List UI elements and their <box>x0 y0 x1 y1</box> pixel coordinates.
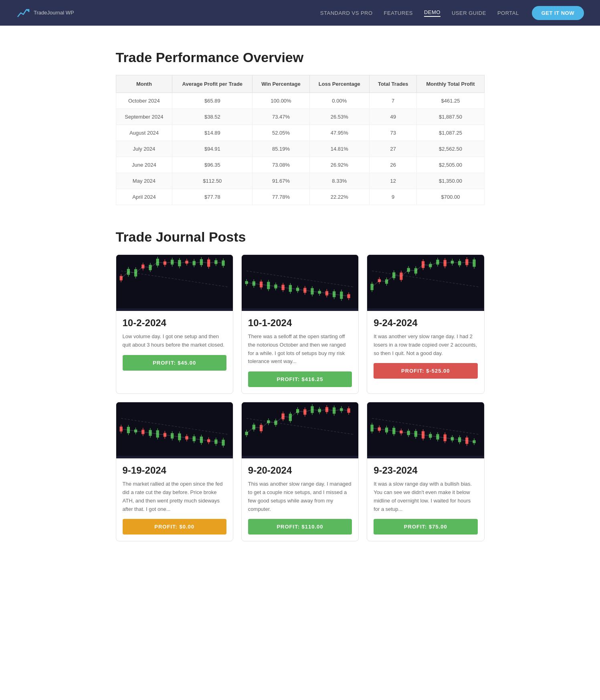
get-it-now-button[interactable]: GET IT NOW <box>532 6 584 20</box>
nav-user-guide[interactable]: USER GUIDE <box>452 10 486 16</box>
table-cell-loss_pct: 22.22% <box>309 189 369 205</box>
table-cell-month: April 2024 <box>116 189 172 205</box>
post-card: 9-23-2024It was a slow range day with a … <box>367 402 484 541</box>
col-total-trades: Total Trades <box>370 75 417 93</box>
post-chart-image <box>367 255 484 311</box>
table-cell-total_trades: 49 <box>370 109 417 125</box>
nav-demo[interactable]: DEMO <box>424 9 440 17</box>
table-cell-loss_pct: 47.95% <box>309 125 369 141</box>
profit-button[interactable]: PROFIT: $-525.00 <box>374 363 477 379</box>
table-cell-month: June 2024 <box>116 157 172 173</box>
nav-features[interactable]: FEATURES <box>384 10 413 16</box>
logo[interactable]: TradeJournal WP <box>16 6 74 20</box>
nav-portal[interactable]: PORTAL <box>497 10 519 16</box>
post-excerpt: It was a slow range day with a bullish b… <box>374 480 477 513</box>
post-card-body: 9-19-2024The market rallied at the open … <box>116 458 233 541</box>
col-month: Month <box>116 75 172 93</box>
table-cell-avg_profit: $112.50 <box>172 173 253 189</box>
nav-links: STANDARD VS PRO FEATURES DEMO USER GUIDE… <box>320 9 519 17</box>
table-cell-loss_pct: 26.53% <box>309 109 369 125</box>
table-cell-avg_profit: $94.91 <box>172 141 253 157</box>
table-cell-win_pct: 73.08% <box>253 157 309 173</box>
post-chart-image <box>116 255 233 311</box>
post-chart-image <box>242 255 358 311</box>
table-row: April 2024$77.7877.78%22.22%9$700.00 <box>116 189 484 205</box>
svg-rect-97 <box>116 402 233 456</box>
table-cell-monthly_profit: $461.25 <box>417 93 484 109</box>
table-cell-month: August 2024 <box>116 125 172 141</box>
post-card: 9-24-2024It was another very slow range … <box>367 254 484 394</box>
main-content: Trade Performance Overview Month Average… <box>108 26 493 557</box>
logo-text: TradeJournal WP <box>34 10 74 16</box>
col-win-pct: Win Percentage <box>253 75 309 93</box>
post-excerpt: This was another slow range day. I manag… <box>248 480 352 513</box>
col-avg-profit: Average Profit per Trade <box>172 75 253 93</box>
profit-button[interactable]: PROFIT: $110.00 <box>248 519 352 535</box>
post-excerpt: There was a selloff at the open starting… <box>248 333 352 366</box>
table-header-row: Month Average Profit per Trade Win Perce… <box>116 75 484 93</box>
table-cell-win_pct: 73.47% <box>253 109 309 125</box>
post-card: 9-20-2024This was another slow range day… <box>241 402 359 541</box>
table-cell-avg_profit: $65.89 <box>172 93 253 109</box>
post-card: 9-19-2024The market rallied at the open … <box>116 402 233 541</box>
profit-button[interactable]: PROFIT: $416.25 <box>248 371 352 387</box>
table-cell-total_trades: 9 <box>370 189 417 205</box>
post-date: 9-19-2024 <box>123 465 226 476</box>
table-cell-win_pct: 85.19% <box>253 141 309 157</box>
table-cell-total_trades: 26 <box>370 157 417 173</box>
table-cell-loss_pct: 26.92% <box>309 157 369 173</box>
post-excerpt: The market rallied at the open since the… <box>123 480 226 513</box>
table-cell-month: September 2024 <box>116 109 172 125</box>
table-cell-monthly_profit: $1,887.50 <box>417 109 484 125</box>
table-cell-monthly_profit: $2,505.00 <box>417 157 484 173</box>
post-chart-image <box>367 402 484 458</box>
post-date: 9-20-2024 <box>248 465 352 476</box>
profit-button[interactable]: PROFIT: $45.00 <box>123 355 226 371</box>
post-card-body: 9-20-2024This was another slow range day… <box>242 458 358 541</box>
table-cell-month: October 2024 <box>116 93 172 109</box>
post-card-body: 9-24-2024It was another very slow range … <box>367 311 484 385</box>
post-date: 9-24-2024 <box>374 317 477 329</box>
performance-table: Month Average Profit per Trade Win Perce… <box>116 75 485 205</box>
table-row: August 2024$14.8952.05%47.95%73$1,087.25 <box>116 125 484 141</box>
nav-standard-vs-pro[interactable]: STANDARD VS PRO <box>320 10 373 16</box>
table-cell-win_pct: 77.78% <box>253 189 309 205</box>
col-loss-pct: Loss Percentage <box>309 75 369 93</box>
table-row: June 2024$96.3573.08%26.92%26$2,505.00 <box>116 157 484 173</box>
profit-button[interactable]: PROFIT: $75.00 <box>374 519 477 535</box>
table-row: May 2024$112.5091.67%8.33%12$1,350.00 <box>116 173 484 189</box>
table-cell-win_pct: 100.00% <box>253 93 309 109</box>
table-cell-month: May 2024 <box>116 173 172 189</box>
post-card-body: 9-23-2024It was a slow range day with a … <box>367 458 484 541</box>
svg-rect-33 <box>242 255 358 309</box>
post-date: 10-1-2024 <box>248 317 352 329</box>
svg-rect-161 <box>367 402 484 456</box>
table-row: July 2024$94.9185.19%14.81%27$2,562.50 <box>116 141 484 157</box>
logo-icon <box>16 6 30 20</box>
post-date: 9-23-2024 <box>374 465 477 476</box>
performance-title: Trade Performance Overview <box>116 50 485 65</box>
table-cell-monthly_profit: $1,350.00 <box>417 173 484 189</box>
navigation: TradeJournal WP STANDARD VS PRO FEATURES… <box>0 0 600 26</box>
col-monthly-profit: Monthly Total Profit <box>417 75 484 93</box>
table-cell-total_trades: 27 <box>370 141 417 157</box>
table-cell-avg_profit: $14.89 <box>172 125 253 141</box>
post-excerpt: It was another very slow range day. I ha… <box>374 333 477 357</box>
table-cell-win_pct: 52.05% <box>253 125 309 141</box>
table-cell-win_pct: 91.67% <box>253 173 309 189</box>
table-cell-loss_pct: 14.81% <box>309 141 369 157</box>
post-card-body: 10-2-2024Low volume day. I got one setup… <box>116 311 233 377</box>
table-cell-total_trades: 12 <box>370 173 417 189</box>
table-cell-total_trades: 7 <box>370 93 417 109</box>
table-cell-month: July 2024 <box>116 141 172 157</box>
table-cell-avg_profit: $77.78 <box>172 189 253 205</box>
post-card: 10-2-2024Low volume day. I got one setup… <box>116 254 233 394</box>
table-cell-total_trades: 73 <box>370 125 417 141</box>
table-row: September 2024$38.5273.47%26.53%49$1,887… <box>116 109 484 125</box>
journal-title: Trade Journal Posts <box>116 229 485 245</box>
post-card: 10-1-2024There was a selloff at the open… <box>241 254 359 394</box>
posts-grid: 10-2-2024Low volume day. I got one setup… <box>116 254 485 541</box>
post-card-body: 10-1-2024There was a selloff at the open… <box>242 311 358 393</box>
profit-button[interactable]: PROFIT: $0.00 <box>123 519 226 535</box>
post-chart-image <box>116 402 233 458</box>
